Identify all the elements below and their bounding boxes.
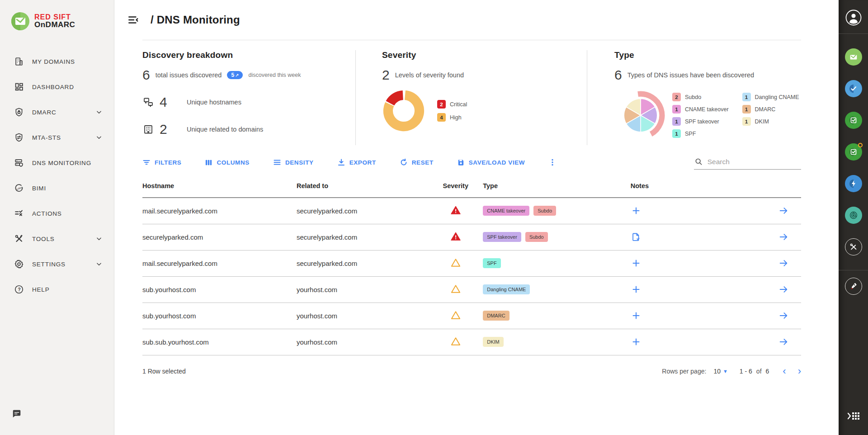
sidebar-item-settings[interactable]: SETTINGS bbox=[0, 251, 114, 277]
table-row[interactable]: sub.sub.yourhost.com yourhost.com DKIM bbox=[142, 329, 801, 355]
hostname-cell: sub.sub.yourhost.com bbox=[142, 329, 297, 355]
add-note-button[interactable] bbox=[631, 205, 642, 216]
collapse-sidebar-icon[interactable] bbox=[127, 14, 139, 26]
sidebar-item-dmarc[interactable]: DMARC bbox=[0, 99, 114, 125]
type-cell: DMARC bbox=[483, 303, 628, 329]
hostname-cell: sub.yourhost.com bbox=[142, 276, 297, 303]
account-icon[interactable] bbox=[845, 9, 862, 26]
type-badge: Subdo bbox=[525, 232, 548, 242]
open-row-arrow-button[interactable] bbox=[778, 205, 789, 217]
legend-item-dangling-cname: 1 Dangling CNAME bbox=[742, 93, 799, 101]
gear-icon bbox=[14, 259, 24, 270]
brand-name-line1: RED SIFT bbox=[34, 13, 75, 21]
sidebar-item-label: BIMI bbox=[32, 185, 46, 192]
pulse-app-icon[interactable] bbox=[845, 175, 862, 192]
type-badge: DMARC bbox=[483, 311, 509, 321]
legend-item-high: 4 High bbox=[437, 113, 467, 122]
open-row-arrow-button[interactable] bbox=[778, 284, 789, 295]
open-row-arrow-button[interactable] bbox=[778, 231, 789, 243]
total-issues-label: total issues discovered bbox=[156, 71, 222, 79]
page-of-label: of bbox=[756, 368, 762, 375]
table-row[interactable]: securelyparked.com securelyparked.com SP… bbox=[142, 224, 801, 250]
table-row[interactable]: sub.yourhost.com yourhost.com DMARC bbox=[142, 303, 801, 329]
filters-button[interactable]: FILTERS bbox=[142, 158, 181, 166]
more-options-button[interactable] bbox=[548, 158, 557, 166]
next-page-button[interactable]: › bbox=[798, 366, 801, 376]
col-header-notes[interactable]: Notes bbox=[628, 175, 765, 198]
save-load-view-button[interactable]: SAVE/LOAD VIEW bbox=[457, 159, 525, 166]
hostname-cell: mail.securelyparked.com bbox=[142, 198, 297, 224]
density-icon bbox=[273, 158, 281, 166]
table-row[interactable]: mail.securelyparked.com securelyparked.c… bbox=[142, 198, 801, 224]
search-icon bbox=[695, 157, 703, 166]
export-button[interactable]: EXPORT bbox=[337, 158, 376, 166]
add-note-button[interactable] bbox=[631, 310, 642, 321]
panel-title: Discovery breakdown bbox=[142, 50, 355, 60]
chevron-down-icon bbox=[96, 134, 102, 141]
row-detail-cell bbox=[765, 276, 801, 303]
col-header-hostname[interactable]: Hostname bbox=[142, 175, 297, 198]
search-input[interactable] bbox=[708, 158, 800, 166]
columns-button[interactable]: COLUMNS bbox=[205, 159, 249, 166]
row-detail-cell bbox=[765, 250, 801, 276]
legend-item-critical: 2 Critical bbox=[437, 100, 467, 109]
left-sidebar: RED SIFT OnDMARC MY DOMAINS DASHBOARD DM… bbox=[0, 0, 114, 435]
type-legend: 2 Subdo 1 CNAME takeover 1 SPF takeover bbox=[672, 93, 799, 138]
app-launcher-icon[interactable] bbox=[847, 411, 860, 423]
high-severity-icon bbox=[451, 284, 461, 293]
critical-severity-icon bbox=[451, 232, 461, 241]
col-header-severity[interactable]: Severity bbox=[428, 175, 483, 198]
check-notify-app-icon[interactable] bbox=[845, 143, 862, 161]
kebab-menu-icon bbox=[548, 158, 557, 166]
reset-button[interactable]: RESET bbox=[400, 158, 434, 166]
sidebar-item-tools[interactable]: TOOLS bbox=[0, 226, 114, 251]
rocket-app-icon[interactable] bbox=[845, 278, 862, 295]
tools-app-icon[interactable] bbox=[845, 238, 862, 255]
high-severity-icon bbox=[451, 311, 461, 320]
arrow-right-icon bbox=[778, 337, 788, 347]
chevron-down-icon bbox=[96, 109, 102, 115]
related-to-cell: securelyparked.com bbox=[297, 250, 428, 276]
rows-per-page-select[interactable]: 10 ▼ bbox=[713, 368, 727, 375]
sidebar-item-label: SETTINGS bbox=[32, 261, 66, 268]
legend-item-cname-takeover: 1 CNAME takeover bbox=[672, 105, 729, 113]
unique-domains-label: Unique related to domains bbox=[187, 126, 263, 133]
previous-page-button[interactable]: ‹ bbox=[783, 366, 786, 376]
sidebar-item-dashboard[interactable]: DASHBOARD bbox=[0, 74, 114, 99]
col-header-type[interactable]: Type bbox=[483, 175, 628, 198]
open-row-arrow-button[interactable] bbox=[778, 257, 789, 269]
table-row[interactable]: mail.securelyparked.com securelyparked.c… bbox=[142, 250, 801, 276]
open-row-arrow-button[interactable] bbox=[778, 310, 789, 322]
legend-label: Dangling CNAME bbox=[755, 94, 799, 100]
sidebar-item-my-domains[interactable]: MY DOMAINS bbox=[0, 49, 114, 74]
sidebar-item-bimi[interactable]: LOGO BIMI bbox=[0, 175, 114, 201]
table-row[interactable]: sub.yourhost.com yourhost.com Dangling C… bbox=[142, 276, 801, 303]
ondmarc-app-icon[interactable] bbox=[845, 48, 862, 66]
sidebar-item-actions[interactable]: ACTIONS bbox=[0, 201, 114, 226]
add-note-button[interactable] bbox=[631, 336, 642, 347]
view-note-button[interactable] bbox=[631, 232, 642, 242]
radar-app-icon[interactable] bbox=[845, 207, 862, 224]
density-button[interactable]: DENSITY bbox=[273, 158, 314, 166]
oninbox-app-icon[interactable] bbox=[845, 80, 862, 97]
type-badge: SPF takeover bbox=[483, 232, 521, 242]
chat-widget-icon[interactable] bbox=[12, 409, 22, 421]
summary-panels: Discovery breakdown 6 total issues disco… bbox=[142, 40, 801, 145]
plus-icon bbox=[632, 337, 641, 346]
col-header-related-to[interactable]: Related to bbox=[297, 175, 428, 198]
add-note-button[interactable] bbox=[631, 284, 642, 295]
open-row-arrow-button[interactable] bbox=[778, 336, 789, 348]
severity-panel: Severity 2 Levels of severity found 2 Cr… bbox=[356, 50, 587, 145]
tools-icon bbox=[14, 233, 24, 244]
check-app-icon[interactable] bbox=[845, 112, 862, 129]
high-severity-icon bbox=[451, 258, 461, 267]
refresh-icon bbox=[400, 158, 408, 166]
rows-selected-label: 1 Row selected bbox=[142, 368, 186, 375]
notes-cell bbox=[628, 224, 765, 250]
add-note-button[interactable] bbox=[631, 258, 642, 269]
type-cell: CNAME takeover Subdo bbox=[483, 198, 628, 224]
sidebar-item-mta-sts[interactable]: MTA-STS bbox=[0, 125, 114, 150]
sidebar-item-dns-monitoring[interactable]: DNS MONITORING bbox=[0, 150, 114, 175]
sidebar-item-help[interactable]: ? HELP bbox=[0, 277, 114, 302]
unique-hostnames-stat: 4 Unique hostnames bbox=[142, 95, 355, 110]
